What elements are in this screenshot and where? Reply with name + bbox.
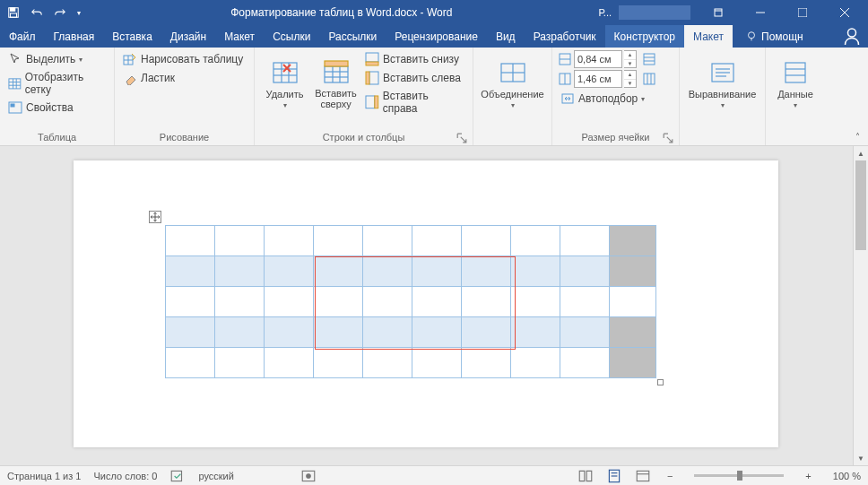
status-words[interactable]: Число слов: 0: [93, 471, 157, 481]
delete-button[interactable]: Удалить▾: [260, 50, 309, 117]
account-name-placeholder: [619, 5, 690, 20]
draw-table-button[interactable]: Нарисовать таблицу: [120, 50, 246, 68]
svg-rect-1: [11, 8, 15, 12]
scroll-down-icon[interactable]: ▼: [854, 451, 868, 465]
scroll-thumb[interactable]: [855, 160, 866, 250]
insert-above-button[interactable]: Вставить сверху: [311, 50, 360, 117]
insert-right-button[interactable]: Вставить справа: [362, 88, 467, 117]
svg-rect-70: [637, 471, 649, 481]
merge-cells-icon: [499, 58, 527, 87]
status-lang[interactable]: русский: [198, 471, 233, 481]
tab-review[interactable]: Рецензирование: [386, 25, 487, 48]
group-label-data: [771, 130, 820, 145]
share-icon[interactable]: [841, 25, 863, 48]
table-resize-handle[interactable]: [657, 379, 664, 385]
col-width-spinner[interactable]: ▲▼: [624, 70, 637, 88]
eraser-button[interactable]: Ластик: [120, 69, 246, 87]
distribute-rows-icon[interactable]: [642, 52, 656, 66]
merge-button[interactable]: Объединение▾: [479, 50, 546, 117]
svg-rect-51: [644, 74, 655, 84]
autofit-icon: [560, 91, 575, 106]
svg-rect-39: [366, 96, 375, 108]
tab-design[interactable]: Дизайн: [161, 25, 215, 48]
tell-me[interactable]: Помощн: [736, 25, 812, 48]
save-icon[interactable]: [4, 3, 23, 22]
zoom-in-button[interactable]: +: [802, 471, 814, 481]
tab-mailings[interactable]: Рассылки: [319, 25, 386, 48]
svg-rect-38: [366, 72, 369, 84]
zoom-out-button[interactable]: −: [664, 471, 676, 481]
tab-table-layout[interactable]: Макет: [684, 25, 733, 48]
svg-rect-59: [786, 63, 805, 82]
qat-customize-icon[interactable]: ▾: [74, 3, 84, 22]
title-bar: ▾ Форматирование таблиц в Word.docx - Wo…: [0, 0, 868, 25]
tab-insert[interactable]: Вставка: [103, 25, 161, 48]
maximize-button[interactable]: [782, 0, 822, 25]
vertical-scrollbar[interactable]: ▲ ▼: [853, 146, 868, 465]
table-move-handle[interactable]: [149, 211, 161, 223]
insert-below-icon: [365, 52, 379, 66]
insert-left-button[interactable]: Вставить слева: [362, 69, 467, 87]
status-page[interactable]: Страница 1 из 1: [7, 471, 81, 481]
read-mode-icon[interactable]: [577, 469, 594, 483]
svg-rect-34: [325, 61, 348, 66]
insert-left-icon: [365, 71, 379, 85]
svg-rect-18: [11, 104, 14, 107]
tab-layout[interactable]: Макет: [215, 25, 264, 48]
document-canvas[interactable]: [0, 146, 853, 465]
tab-table-design[interactable]: Конструктор: [605, 25, 684, 48]
properties-button[interactable]: Свойства: [5, 99, 108, 117]
svg-rect-46: [644, 54, 655, 65]
view-gridlines-button[interactable]: Отобразить сетку: [5, 69, 108, 98]
close-button[interactable]: [824, 0, 864, 25]
cursor-icon: [8, 52, 22, 66]
delete-table-icon: [271, 58, 299, 87]
table-grid[interactable]: [165, 225, 656, 378]
tab-developer[interactable]: Разработчик: [525, 25, 605, 48]
tab-home[interactable]: Главная: [45, 25, 104, 48]
svg-rect-6: [798, 8, 807, 17]
pencil-grid-icon: [123, 52, 137, 66]
data-button[interactable]: Данные▾: [771, 50, 820, 117]
spellcheck-icon[interactable]: [169, 469, 186, 483]
web-layout-icon[interactable]: [635, 469, 651, 483]
zoom-slider[interactable]: [694, 474, 784, 477]
word-table[interactable]: [165, 225, 656, 378]
redo-icon[interactable]: [50, 3, 70, 22]
ribbon: Выделить▾ Отобразить сетку Свойства Табл…: [0, 48, 868, 146]
col-width-icon: [558, 72, 572, 86]
svg-rect-3: [715, 9, 722, 16]
row-height-spinner[interactable]: ▲▼: [624, 50, 637, 68]
undo-icon[interactable]: [27, 3, 47, 22]
svg-point-11: [848, 29, 856, 37]
row-height-icon: [558, 52, 572, 66]
zoom-level[interactable]: 100 %: [833, 471, 861, 481]
row-height-input[interactable]: 0,84 см: [574, 50, 622, 68]
autofit-button[interactable]: Автоподбор▾: [558, 90, 656, 108]
select-button[interactable]: Выделить▾: [5, 50, 108, 68]
eraser-icon: [123, 71, 137, 85]
alignment-button[interactable]: Выравнивание▾: [685, 50, 760, 117]
dialog-launcher-icon[interactable]: [663, 133, 673, 143]
alignment-icon: [708, 58, 737, 87]
insert-below-button[interactable]: Вставить снизу: [362, 50, 467, 68]
svg-rect-40: [375, 96, 378, 108]
tab-view[interactable]: Вид: [487, 25, 525, 48]
distribute-cols-icon[interactable]: [642, 72, 656, 86]
group-label-table: Таблица: [5, 130, 108, 145]
tab-file[interactable]: Файл: [0, 25, 45, 48]
scroll-up-icon[interactable]: ▲: [854, 146, 868, 160]
group-label-draw: Рисование: [120, 130, 248, 145]
group-label-rowscols: Строки и столбцы: [260, 130, 467, 145]
minimize-button[interactable]: [740, 0, 780, 25]
col-width-input[interactable]: 1,46 см: [574, 70, 622, 88]
window-title: Форматирование таблиц в Word.docx - Word: [84, 6, 599, 19]
dialog-launcher-icon[interactable]: [456, 133, 467, 143]
tab-references[interactable]: Ссылки: [264, 25, 319, 48]
ribbon-display-options-icon[interactable]: [698, 0, 738, 25]
grid-icon: [8, 76, 22, 91]
collapse-ribbon-icon[interactable]: ˄: [850, 129, 864, 143]
page: [74, 160, 778, 447]
macro-recording-icon[interactable]: [300, 469, 317, 483]
print-layout-icon[interactable]: [606, 469, 622, 483]
